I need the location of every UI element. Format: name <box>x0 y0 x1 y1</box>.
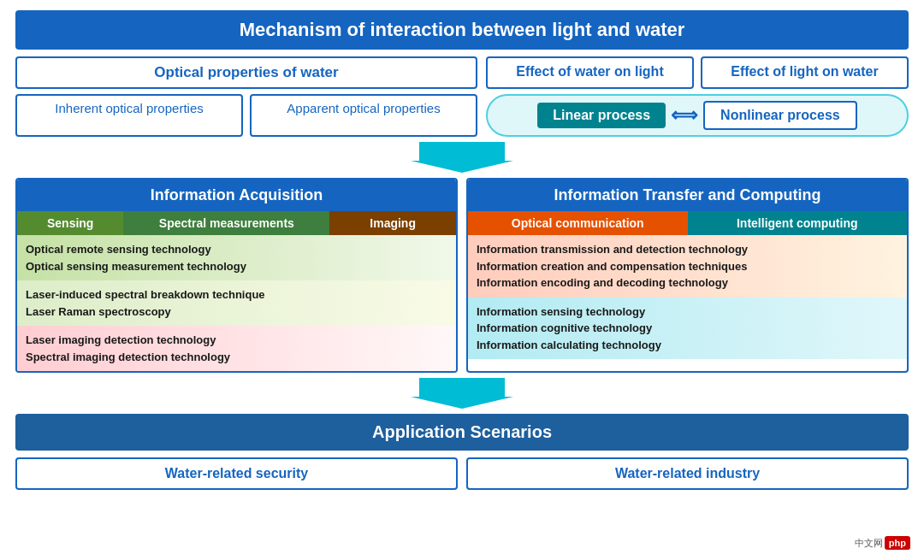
tab-sensing[interactable]: Sensing <box>17 211 123 235</box>
info-acquisition-header: Information Acquisition <box>17 180 456 211</box>
acquisition-tabs: Sensing Spectral measurements Imaging <box>17 211 456 235</box>
tab-imaging[interactable]: Imaging <box>329 211 456 235</box>
main-title: Mechanism of interaction between light a… <box>15 10 909 50</box>
down-arrow-2-icon <box>15 378 909 409</box>
acquisition-content-3: Laser imaging detection technology Spect… <box>17 326 456 371</box>
water-industry-box: Water-related industry <box>466 457 909 490</box>
info-transfer-box: Information Transfer and Computing Optic… <box>466 178 909 373</box>
transfer-content-1: Information transmission and detection t… <box>468 235 907 298</box>
down-arrow-icon <box>15 142 909 173</box>
php-badge: php <box>885 536 910 550</box>
transfer-tabs: Optical communication Intelligent comput… <box>468 211 907 235</box>
svg-marker-1 <box>411 378 513 409</box>
nonlinear-process-box: Nonlinear process <box>703 101 857 130</box>
water-security-box: Water-related security <box>15 457 458 490</box>
svg-marker-0 <box>411 142 513 173</box>
acquisition-content-2: Laser-induced spectral breakdown techniq… <box>17 280 456 326</box>
effect-light-on-water-box: Effect of light on water <box>701 56 909 89</box>
double-arrow-icon: ⟺ <box>671 104 698 127</box>
acquisition-content-1: Optical remote sensing technology Optica… <box>17 235 456 280</box>
inherent-optical-box: Inherent optical properties <box>15 94 243 137</box>
linear-process-box: Linear process <box>537 103 666 128</box>
tab-spectral[interactable]: Spectral measurements <box>123 211 329 235</box>
tab-intelligent-computing[interactable]: Intelligent computing <box>688 211 908 235</box>
info-transfer-header: Information Transfer and Computing <box>468 180 907 211</box>
optical-properties-box: Optical properties of water <box>15 56 477 89</box>
tab-optical-comm[interactable]: Optical communication <box>468 211 688 235</box>
transfer-content-2: Information sensing technology Informati… <box>468 298 907 360</box>
info-acquisition-box: Information Acquisition Sensing Spectral… <box>15 178 458 373</box>
cn-label: 中文网 <box>855 537 883 550</box>
effect-water-on-light-box: Effect of water on light <box>486 56 694 89</box>
apparent-optical-box: Apparent optical properties <box>250 94 477 137</box>
app-scenarios-header: Application Scenarios <box>15 414 909 451</box>
